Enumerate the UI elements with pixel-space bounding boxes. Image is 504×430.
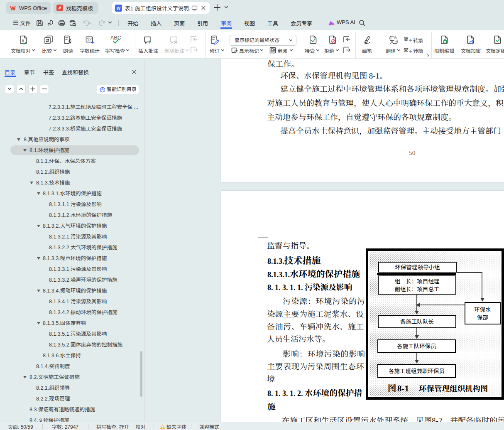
svg-text:A: A bbox=[394, 35, 397, 39]
svg-text:繁: 繁 bbox=[404, 47, 409, 53]
svg-text:简: 简 bbox=[404, 36, 409, 42]
